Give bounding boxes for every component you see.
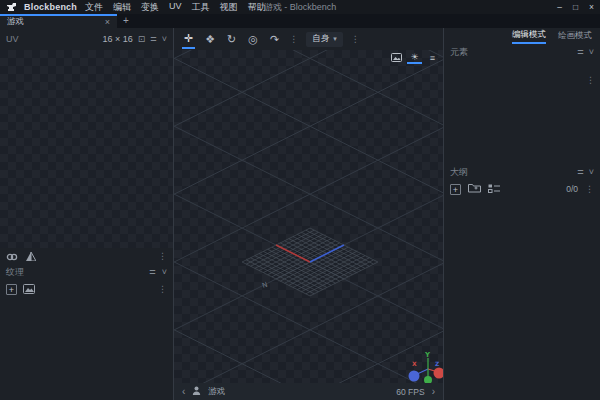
gizmo-z-label[interactable]: Z — [435, 360, 440, 367]
toolbar-divider-dots: ⋮ — [289, 35, 298, 44]
texture-panel-header: 纹理 = ˅ — [0, 264, 173, 281]
elements-panel-body: ⋮ — [444, 60, 600, 164]
elements-panel-header: 元素 = ˅ — [444, 44, 600, 60]
menu-transform[interactable]: 变换 — [141, 1, 159, 14]
uv-panel-header: UV 16 × 16 ⊡ = ˅ — [0, 28, 173, 50]
create-texture-button[interactable] — [23, 284, 35, 296]
user-icon[interactable] — [192, 386, 201, 397]
outliner-panel-collapse-icon[interactable]: ˅ — [589, 168, 594, 177]
center-area: ✛ ❖ ↻ ◎ ↷ ⋮ 自身 ▾ ⋮ N — [174, 28, 443, 400]
uv-link-icon[interactable] — [6, 247, 18, 265]
texture-panel-collapse-icon[interactable]: ˅ — [162, 268, 167, 277]
add-cube-button[interactable]: + — [450, 184, 461, 195]
pivot-tool-button[interactable]: ◎ — [246, 29, 260, 49]
viewport-scene: N Y X Z — [174, 50, 443, 383]
outliner-panel-menu-icon[interactable]: = — [577, 167, 583, 178]
view-axis-gizmo[interactable]: Y X Z — [409, 351, 444, 383]
new-tab-button[interactable]: + — [117, 14, 135, 28]
elements-panel-menu-icon[interactable]: = — [577, 47, 583, 58]
uv-panel-title: UV — [6, 34, 19, 44]
toggle-list-button[interactable] — [488, 184, 500, 195]
menu-bar: 文件 编辑 变换 UV 工具 视图 帮助 — [85, 1, 266, 14]
menu-view[interactable]: 视图 — [220, 1, 238, 14]
outliner-panel-header: 大纲 = ˅ — [444, 164, 600, 180]
toolbar-more-dots: ⋮ — [351, 35, 360, 44]
left-panel: UV 16 × 16 ⊡ = ˅ ⋮ 纹理 = — [0, 28, 174, 400]
main-toolbar: ✛ ❖ ↻ ◎ ↷ ⋮ 自身 ▾ ⋮ — [174, 28, 443, 50]
move-tool-button[interactable]: ✛ — [182, 29, 195, 49]
menu-tools[interactable]: 工具 — [192, 1, 210, 14]
right-panel: 编辑模式 绘画模式 元素 = ˅ ⋮ 大纲 = ˅ + — [443, 28, 600, 400]
viewport-corner-buttons: ☀ ≡ — [389, 51, 440, 64]
uv-size-label[interactable]: 16 × 16 — [102, 34, 132, 44]
transform-space-value: 自身 — [312, 33, 329, 45]
uv-footer-toolbar: ⋮ — [0, 248, 173, 264]
shading-toggle-button[interactable]: ☀ — [407, 51, 422, 64]
close-window-button[interactable]: × — [589, 2, 594, 12]
outliner-more-icon[interactable]: ⋮ — [585, 185, 594, 194]
status-forward-icon[interactable]: › — [432, 386, 435, 397]
menu-uv[interactable]: UV — [169, 1, 182, 14]
tab-project[interactable]: 游戏 × — [0, 14, 117, 28]
status-bar: ‹ 游戏 60 FPS › — [174, 383, 443, 400]
outliner-body — [444, 198, 600, 400]
uv-footer-more-icon[interactable]: ⋮ — [158, 252, 167, 261]
transform-space-dropdown[interactable]: 自身 ▾ — [306, 32, 343, 47]
blockbench-logo-icon — [6, 3, 16, 12]
elements-panel-title: 元素 — [450, 46, 468, 59]
texture-panel-title: 纹理 — [6, 266, 24, 279]
mode-tabs: 编辑模式 绘画模式 — [444, 28, 600, 44]
outliner-count: 0/0 — [566, 184, 578, 194]
uv-panel-collapse-icon[interactable]: ˅ — [162, 35, 167, 44]
window-controls: – □ × — [557, 2, 594, 12]
uv-mirror-icon[interactable] — [26, 247, 36, 265]
fps-counter: 60 FPS — [396, 387, 424, 397]
ground-grid — [174, 50, 443, 383]
gizmo-x-label[interactable]: X — [412, 360, 417, 367]
tab-bar: 游戏 × + — [0, 14, 600, 28]
vertex-snap-tool-button[interactable]: ↷ — [268, 29, 281, 49]
titlebar: Blockbench 文件 编辑 变换 UV 工具 视图 帮助 游戏 - Blo… — [0, 0, 600, 14]
north-label: N — [261, 281, 268, 290]
main-content: UV 16 × 16 ⊡ = ˅ ⋮ 纹理 = — [0, 28, 600, 400]
background-image-button[interactable] — [389, 51, 404, 64]
status-scene-label: 游戏 — [208, 386, 225, 398]
elements-more-icon[interactable]: ⋮ — [586, 76, 595, 85]
app-name: Blockbench — [24, 2, 77, 12]
gizmo-y-label[interactable]: Y — [424, 351, 431, 359]
tab-close-icon[interactable]: × — [105, 17, 110, 27]
left-panel-filler — [0, 298, 173, 400]
texture-more-icon[interactable]: ⋮ — [158, 285, 167, 294]
dropdown-arrow-icon: ▾ — [333, 35, 337, 43]
import-texture-button[interactable]: + — [6, 284, 17, 295]
tab-edit-mode[interactable]: 编辑模式 — [512, 28, 546, 44]
gizmo-x-ball[interactable] — [434, 368, 444, 379]
viewport-3d[interactable]: N Y X Z — [174, 50, 443, 383]
elements-panel-collapse-icon[interactable]: ˅ — [589, 48, 594, 57]
tab-label: 游戏 — [7, 16, 101, 28]
gizmo-z-ball[interactable] — [409, 371, 420, 382]
menu-help[interactable]: 帮助 — [248, 1, 266, 14]
outliner-panel-title: 大纲 — [450, 166, 468, 179]
texture-panel-menu-icon[interactable]: = — [149, 267, 155, 278]
minimize-button[interactable]: – — [557, 2, 562, 12]
status-back-icon[interactable]: ‹ — [182, 386, 185, 397]
resize-tool-button[interactable]: ❖ — [203, 29, 217, 49]
menu-file[interactable]: 文件 — [85, 1, 103, 14]
tab-paint-mode[interactable]: 绘画模式 — [558, 28, 592, 44]
add-group-button[interactable] — [468, 183, 481, 195]
outliner-toolbar: + 0/0 ⋮ — [444, 180, 600, 198]
gizmo-neg-y-ball[interactable] — [424, 376, 432, 383]
maximize-button[interactable]: □ — [573, 2, 578, 12]
uv-editor-canvas[interactable] — [0, 50, 173, 248]
uv-frame-icon[interactable]: ⊡ — [138, 35, 146, 44]
texture-toolbar: + ⋮ — [0, 281, 173, 298]
blockbench-window: Blockbench 文件 编辑 变换 UV 工具 视图 帮助 游戏 - Blo… — [0, 0, 600, 400]
menu-edit[interactable]: 编辑 — [113, 1, 131, 14]
viewport-menu-button[interactable]: ≡ — [425, 51, 440, 64]
uv-panel-menu-icon[interactable]: = — [150, 34, 156, 45]
rotate-tool-button[interactable]: ↻ — [225, 29, 238, 49]
